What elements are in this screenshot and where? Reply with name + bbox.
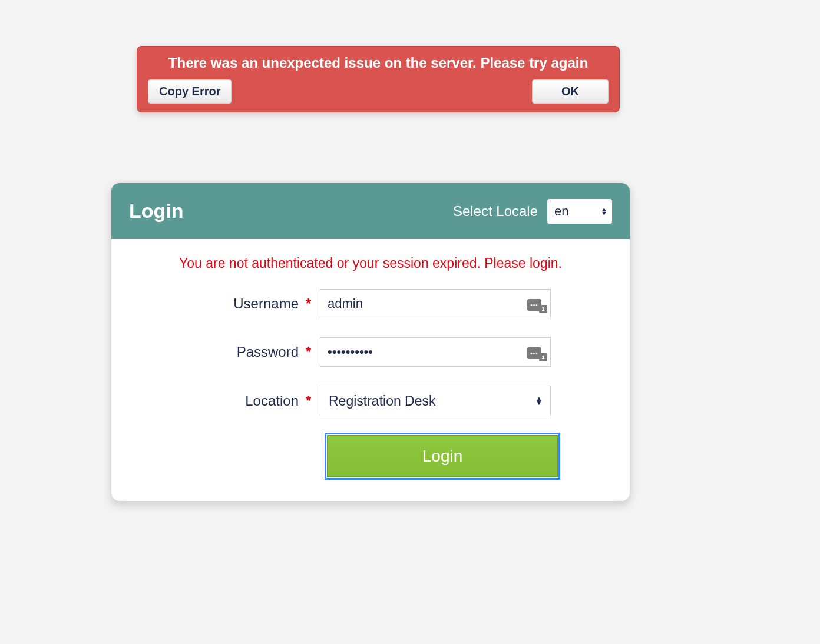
- copy-error-button[interactable]: Copy Error: [148, 79, 232, 104]
- location-row: Location * Registration Desk ▲▼: [135, 386, 606, 416]
- password-input[interactable]: [320, 337, 551, 367]
- error-banner-buttons: Copy Error OK: [148, 79, 609, 104]
- server-error-banner: There was an unexpected issue on the ser…: [137, 46, 620, 112]
- required-asterisk: *: [306, 296, 320, 312]
- username-field-wrap: ••• 1: [320, 289, 551, 318]
- password-label: Password: [135, 344, 306, 360]
- server-error-message: There was an unexpected issue on the ser…: [148, 55, 609, 71]
- required-asterisk: *: [306, 344, 320, 360]
- locale-group: Select Locale en ▲▼: [453, 199, 612, 224]
- username-row: Username * ••• 1: [135, 289, 606, 318]
- password-field-wrap: ••• 1: [320, 337, 551, 367]
- password-manager-icon[interactable]: ••• 1: [527, 345, 545, 359]
- required-asterisk: *: [306, 393, 320, 409]
- username-label: Username: [135, 296, 306, 312]
- password-manager-icon[interactable]: ••• 1: [527, 297, 545, 311]
- locale-select[interactable]: en: [547, 199, 612, 224]
- login-card-body: You are not authenticated or your sessio…: [111, 239, 630, 501]
- username-input[interactable]: [320, 289, 551, 318]
- session-expired-message: You are not authenticated or your sessio…: [135, 255, 606, 271]
- login-title: Login: [129, 200, 184, 223]
- locale-label: Select Locale: [453, 203, 538, 220]
- ok-button[interactable]: OK: [532, 79, 609, 104]
- location-select[interactable]: Registration Desk: [320, 386, 551, 416]
- password-row: Password * ••• 1: [135, 337, 606, 367]
- login-card: Login Select Locale en ▲▼ You are not au…: [111, 183, 630, 501]
- locale-select-wrap[interactable]: en ▲▼: [547, 199, 612, 224]
- login-button-row: Login: [327, 435, 606, 477]
- location-label: Location: [135, 393, 306, 409]
- location-select-wrap[interactable]: Registration Desk ▲▼: [320, 386, 551, 416]
- login-card-header: Login Select Locale en ▲▼: [111, 183, 630, 239]
- login-button[interactable]: Login: [327, 435, 558, 477]
